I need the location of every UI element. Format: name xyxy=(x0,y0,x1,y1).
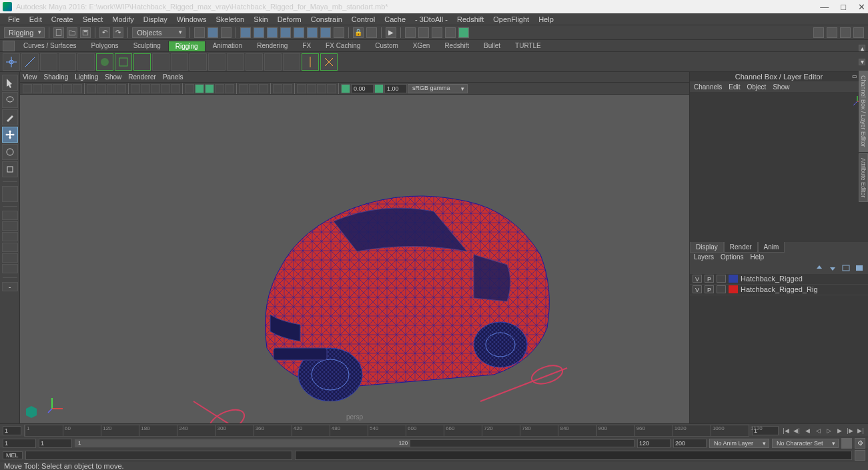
layer-move-up-icon[interactable] xyxy=(815,263,824,273)
tab-xgen[interactable]: XGen xyxy=(406,40,438,51)
layer-visibility-toggle[interactable]: V xyxy=(693,275,702,283)
render-view-icon[interactable] xyxy=(458,27,469,38)
menu-constrain[interactable]: Constrain xyxy=(307,15,346,23)
vp-gamma-field[interactable] xyxy=(384,84,407,93)
layer-tab-anim[interactable]: Anim xyxy=(758,241,785,253)
snap-live-icon[interactable] xyxy=(294,27,304,38)
shelf-bind-icon[interactable] xyxy=(115,53,132,71)
menu-edit[interactable]: Edit xyxy=(25,15,46,23)
module-dropdown[interactable]: Rigging xyxy=(4,27,45,38)
layout-two-h-icon[interactable] xyxy=(2,232,18,241)
layer-new-selected-icon[interactable] xyxy=(855,263,864,273)
layer-row[interactable]: V P Hatchback_Rigged_Rig xyxy=(690,285,868,295)
vp-pick-down-icon[interactable] xyxy=(327,84,336,93)
menu-cache[interactable]: Cache xyxy=(380,15,410,23)
shelf-blend-icon[interactable] xyxy=(152,53,169,71)
panel-layout-2-icon[interactable] xyxy=(827,27,837,38)
shelf-skin-icon[interactable] xyxy=(96,53,113,71)
anim-layer-dropdown[interactable]: No Anim Layer xyxy=(709,439,769,448)
step-back-key-icon[interactable]: ◀| xyxy=(792,426,801,435)
range-track[interactable]: 1 120 xyxy=(75,439,634,447)
menu-skeleton[interactable]: Skeleton xyxy=(211,15,248,23)
vp-grease-icon[interactable] xyxy=(73,84,82,93)
selection-mask-dropdown[interactable]: Objects xyxy=(132,27,185,38)
time-start-field[interactable] xyxy=(3,426,21,435)
vp-gamma-icon[interactable] xyxy=(249,84,258,93)
panel-layout-4-icon[interactable] xyxy=(853,27,864,38)
chan-menu-show[interactable]: Show xyxy=(773,83,789,91)
prefs-icon[interactable]: ⚙ xyxy=(855,438,865,449)
vp-colorspace-dropdown[interactable]: sRGB gamma xyxy=(408,84,468,93)
vp-poly-count-icon[interactable] xyxy=(273,84,282,93)
vp-wireframe-icon[interactable] xyxy=(131,84,140,93)
tab-fxcaching[interactable]: FX Caching xyxy=(318,40,368,51)
menu-openflight[interactable]: OpenFlight xyxy=(489,15,533,23)
go-end-icon[interactable]: ▶| xyxy=(856,426,865,435)
tab-sculpting[interactable]: Sculpting xyxy=(126,40,168,51)
time-ruler[interactable]: 1601201802403003604204805406006607207808… xyxy=(24,425,749,437)
chan-menu-edit[interactable]: Edit xyxy=(729,83,740,91)
layer-visibility-toggle[interactable]: V xyxy=(693,285,702,293)
step-fwd-icon[interactable]: ▶ xyxy=(835,426,844,435)
select-by-hierarchy-icon[interactable] xyxy=(194,27,205,38)
layout-two-v-icon[interactable] xyxy=(2,243,18,252)
vp-exposure-field[interactable] xyxy=(351,84,374,93)
vp-pick-right-icon[interactable] xyxy=(307,84,316,93)
vp-gate-mask-icon[interactable] xyxy=(117,84,126,93)
snap-curve-icon[interactable] xyxy=(254,27,264,38)
vp-image-plane-icon[interactable] xyxy=(53,84,62,93)
range-start-inner[interactable] xyxy=(39,439,72,448)
panel-layout-1-icon[interactable] xyxy=(813,27,824,38)
snap-toggle-icon[interactable] xyxy=(320,27,331,38)
lasso-tool[interactable] xyxy=(2,92,18,108)
layer-display-type[interactable] xyxy=(717,285,726,293)
vp-textured-icon[interactable] xyxy=(151,84,160,93)
snap-plane-icon[interactable] xyxy=(280,27,291,38)
shelf-joint-icon[interactable] xyxy=(3,53,20,71)
menu-skin[interactable]: Skin xyxy=(250,15,272,23)
lock-icon[interactable]: 🔒 xyxy=(353,27,364,38)
vp-pick-up-icon[interactable] xyxy=(317,84,326,93)
history-icon[interactable] xyxy=(366,27,377,38)
range-thumb[interactable]: 1 120 xyxy=(75,440,410,447)
render-settings-icon[interactable] xyxy=(432,27,442,38)
vp-subd-icon[interactable] xyxy=(283,84,292,93)
save-scene-icon[interactable] xyxy=(80,27,91,38)
vp-camera-select-icon[interactable] xyxy=(23,84,32,93)
vp-gamma-toggle-icon[interactable] xyxy=(374,84,384,93)
render-frame-icon[interactable] xyxy=(418,27,429,38)
shelf-collapse-up-icon[interactable]: ▴ xyxy=(859,45,865,51)
vp-view-transform-icon[interactable] xyxy=(259,84,268,93)
maximize-button[interactable]: □ xyxy=(841,2,846,12)
redo-icon[interactable]: ↷ xyxy=(113,27,123,38)
layer-menu-help[interactable]: Help xyxy=(750,253,764,261)
vp-xray-joints-icon[interactable] xyxy=(205,84,214,93)
layer-name[interactable]: Hatchback_Rigged_Rig xyxy=(741,285,818,293)
vp-resolution-gate-icon[interactable] xyxy=(107,84,116,93)
shelf-parent-icon[interactable] xyxy=(227,53,244,71)
panel-layout-3-icon[interactable] xyxy=(840,27,851,38)
vp-isolate-icon[interactable] xyxy=(185,84,194,93)
menu-create[interactable]: Create xyxy=(47,15,77,23)
layer-color-swatch[interactable] xyxy=(729,285,738,293)
shelf-orient-icon[interactable] xyxy=(264,53,282,71)
shelf-wire-icon[interactable] xyxy=(189,53,207,71)
layer-menu-layers[interactable]: Layers xyxy=(694,253,714,261)
menu-deform[interactable]: Deform xyxy=(274,15,306,23)
minimize-button[interactable]: — xyxy=(820,2,829,12)
shelf-constraint-icon[interactable] xyxy=(208,53,226,71)
vp-ssao-icon[interactable] xyxy=(215,84,224,93)
vp-film-gate-icon[interactable] xyxy=(97,84,106,93)
sidetab-attribute-editor[interactable]: Attribute Editor xyxy=(859,153,868,203)
tab-turtle[interactable]: TURTLE xyxy=(508,40,548,51)
layer-tab-render[interactable]: Render xyxy=(724,241,758,253)
menu-help[interactable]: Help xyxy=(534,15,558,23)
menu-windows[interactable]: Windows xyxy=(173,15,211,23)
layer-menu-options[interactable]: Options xyxy=(721,253,743,261)
shelf-pole-icon[interactable] xyxy=(320,53,338,71)
snap-view-icon[interactable] xyxy=(307,27,318,38)
menu-3dtoall[interactable]: - 3DtoAll - xyxy=(411,15,452,23)
vp-menu-panels[interactable]: Panels xyxy=(163,73,183,81)
menu-redshift[interactable]: Redshift xyxy=(453,15,488,23)
vp-2d-pan-icon[interactable] xyxy=(63,84,72,93)
